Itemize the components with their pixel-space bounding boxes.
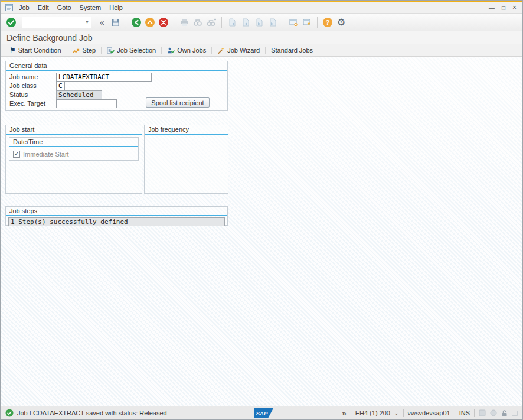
- checkbox-check-icon: ✓: [14, 151, 19, 157]
- group-underline: [9, 146, 138, 147]
- own-jobs-icon: [167, 47, 175, 54]
- insert-mode-indicator[interactable]: INS: [459, 409, 470, 416]
- command-field-dropdown-icon[interactable]: ▾: [83, 19, 91, 25]
- toolbar-separator: [283, 17, 283, 28]
- toolbar-separator: [174, 17, 174, 28]
- menu-job[interactable]: Job: [15, 3, 34, 12]
- group-underline: [6, 70, 227, 71]
- system-caret-icon[interactable]: ⌄: [394, 410, 399, 416]
- cancel-icon[interactable]: [158, 17, 169, 28]
- svg-text:SAP: SAP: [256, 410, 268, 416]
- own-jobs-button[interactable]: Own Jobs: [162, 44, 211, 56]
- help-icon[interactable]: ?: [322, 17, 334, 28]
- system-menu-icon[interactable]: [4, 4, 14, 12]
- spool-list-recipient-button[interactable]: Spool list recipient: [146, 97, 210, 108]
- page-title: Define Background Job: [6, 33, 93, 43]
- group-underline: [145, 134, 228, 135]
- menu-edit[interactable]: Edit: [34, 3, 53, 12]
- performance-icon: [479, 409, 486, 416]
- collapse-icon[interactable]: «: [96, 17, 108, 28]
- application-toolbar: ⚑ Start Condition Step Job Selection Own…: [1, 44, 522, 57]
- response-time-icon: [490, 409, 497, 416]
- group-title: Job steps: [6, 207, 227, 215]
- command-field[interactable]: [22, 18, 83, 27]
- date-time-group: Date/Time ✓ Immediate Start: [9, 137, 139, 161]
- group-underline: [6, 134, 142, 135]
- statusbar-separator: [403, 409, 404, 417]
- start-condition-button[interactable]: ⚑ Start Condition: [4, 44, 67, 56]
- toolbar-separator: [126, 17, 126, 28]
- group-title: Date/Time: [9, 138, 138, 146]
- job-class-label: Job class: [9, 82, 56, 89]
- main-content: General data Job name Job class Status S…: [1, 57, 522, 406]
- menu-system[interactable]: System: [76, 3, 106, 12]
- toolbar-separator: [221, 17, 222, 28]
- minimize-button[interactable]: —: [489, 5, 495, 11]
- resize-grip-icon[interactable]: [512, 410, 518, 416]
- job-start-group: Job start Date/Time ✓ Immediate Start: [5, 125, 142, 194]
- toolbar-separator: [317, 17, 318, 28]
- svg-text:?: ?: [326, 19, 330, 26]
- exec-target-label: Exec. Target: [9, 100, 56, 107]
- close-button[interactable]: ×: [512, 4, 517, 12]
- group-underline: [6, 215, 227, 216]
- print-icon: [178, 17, 190, 28]
- general-data-group: General data Job name Job class Status S…: [5, 61, 228, 111]
- status-label: Status: [9, 91, 56, 98]
- job-selection-icon: [107, 47, 115, 54]
- menu-goto[interactable]: Goto: [53, 3, 76, 12]
- job-class-input[interactable]: [56, 82, 65, 90]
- find-icon: [192, 17, 204, 28]
- enter-icon[interactable]: [5, 17, 17, 28]
- group-title: General data: [6, 61, 227, 70]
- menu-help[interactable]: Help: [105, 3, 127, 12]
- job-name-input[interactable]: [56, 73, 152, 82]
- statusbar-separator: [455, 409, 455, 417]
- immediate-start-label: Immediate Start: [23, 151, 69, 158]
- status-message: Job LCDATAEXTRACT saved with status: Rel…: [17, 409, 167, 416]
- first-page-icon: [226, 17, 238, 28]
- screen-title-bar: Define Background Job: [1, 31, 522, 44]
- success-status-icon: [5, 409, 14, 417]
- prev-page-icon: [240, 17, 251, 28]
- back-icon[interactable]: [130, 17, 142, 28]
- last-page-icon: [267, 17, 279, 28]
- job-wizard-button[interactable]: Job Wizard: [212, 44, 265, 56]
- job-selection-button[interactable]: Job Selection: [102, 44, 161, 56]
- maximize-button[interactable]: □: [502, 5, 505, 11]
- step-button[interactable]: Step: [67, 44, 102, 56]
- job-wizard-icon: [217, 47, 225, 54]
- statusbar-separator: [351, 409, 351, 417]
- lock-icon: [501, 409, 508, 417]
- job-name-label: Job name: [9, 73, 56, 80]
- standard-toolbar: ▾ «: [1, 14, 522, 31]
- status-value-field: Scheduled: [56, 90, 102, 99]
- group-title: Job start: [6, 125, 142, 134]
- sap-logo: SAP: [254, 408, 273, 419]
- statusbar-separator: [474, 409, 475, 417]
- group-title: Job frequency: [145, 125, 228, 134]
- new-session-icon[interactable]: [287, 17, 299, 28]
- exec-target-input[interactable]: [56, 99, 117, 108]
- statusbar-expand-button[interactable]: »: [342, 409, 346, 418]
- menu-bar: Job Edit Goto System Help — □ ×: [1, 2, 522, 14]
- job-frequency-group: Job frequency: [144, 125, 228, 194]
- step-icon: [73, 47, 80, 54]
- command-field-wrap: ▾: [22, 17, 91, 28]
- create-shortcut-icon[interactable]: [301, 17, 313, 28]
- customize-layout-icon[interactable]: ⚙: [335, 17, 347, 28]
- statusbar-right: » EH4 (1) 200 ⌄ vwsvdevsap01 INS: [342, 409, 518, 418]
- sap-gui-window: Job Edit Goto System Help — □ × ▾ «: [0, 0, 523, 420]
- exit-up-icon[interactable]: [144, 17, 156, 28]
- job-steps-status-field: 1 Step(s) successfully defined: [8, 217, 225, 226]
- job-steps-group: Job steps 1 Step(s) successfully defined: [5, 206, 228, 226]
- find-next-icon: [205, 17, 217, 28]
- standard-jobs-button[interactable]: Standard Jobs: [266, 44, 318, 56]
- system-session-indicator[interactable]: EH4 (1) 200: [355, 409, 390, 416]
- flag-icon: ⚑: [9, 47, 16, 54]
- save-icon[interactable]: [110, 17, 122, 28]
- window-controls: — □ ×: [489, 4, 519, 12]
- next-page-icon: [253, 17, 265, 28]
- immediate-start-checkbox[interactable]: ✓: [13, 151, 20, 158]
- server-name: vwsvdevsap01: [408, 409, 450, 416]
